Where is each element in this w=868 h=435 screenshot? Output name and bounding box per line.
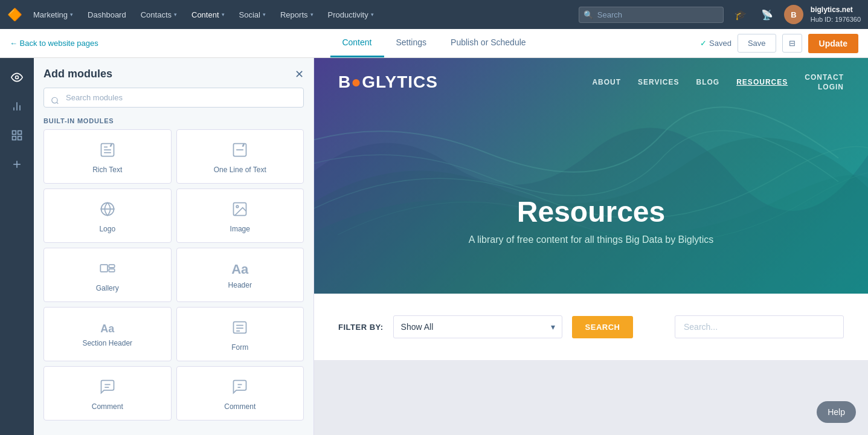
sub-nav: ← Back to website pages Content Settings…: [0, 29, 868, 58]
filter-select[interactable]: Show All: [393, 315, 562, 338]
comment-icon: [99, 378, 116, 398]
image-icon: [231, 201, 248, 220]
nav-content[interactable]: Content ▾: [185, 7, 231, 23]
nav-social[interactable]: Social ▾: [233, 7, 272, 23]
account-info[interactable]: biglytics.net Hub ID: 1976360: [811, 5, 861, 24]
sidebar-eye-icon[interactable]: [5, 65, 29, 89]
graduation-icon[interactable]: 🎓: [731, 5, 750, 24]
sub-nav-tabs: Content Settings Publish or Schedule: [330, 29, 538, 57]
svg-rect-18: [100, 265, 108, 272]
hero-nav-login[interactable]: LOGIN: [818, 83, 844, 91]
help-button[interactable]: Help: [817, 401, 856, 423]
hero-nav-contact[interactable]: CONTACT: [805, 73, 844, 82]
saved-status: ✓ Saved: [700, 39, 731, 48]
module-rich-text-label: Rich Text: [92, 166, 122, 174]
tab-settings[interactable]: Settings: [384, 29, 439, 57]
svg-point-0: [16, 76, 19, 79]
module-image[interactable]: Image: [176, 188, 304, 243]
user-avatar[interactable]: B: [784, 5, 803, 24]
content-caret: ▾: [222, 11, 225, 18]
modules-grid: Rich Text One Line of Text: [34, 129, 313, 420]
saved-check-icon: ✓: [700, 39, 707, 48]
module-rich-text[interactable]: Rich Text: [43, 129, 172, 184]
hero-nav-services[interactable]: SERVICES: [638, 78, 679, 86]
hero-content: Resources A library of free content for …: [469, 195, 714, 245]
top-nav: 🔶 Marketing ▾ Dashboard Contacts ▾ Conte…: [0, 0, 868, 29]
modules-search-wrap: [34, 88, 313, 115]
module-gallery[interactable]: Gallery: [43, 248, 172, 302]
hero-nav-contact-login: CONTACT LOGIN: [805, 73, 844, 91]
sidebar-add-icon[interactable]: [5, 152, 29, 176]
svg-rect-5: [18, 131, 22, 135]
nav-productivity[interactable]: Productivity ▾: [322, 7, 380, 23]
tab-content[interactable]: Content: [330, 29, 384, 57]
filter-section: FILTER BY: Show All ▾ SEARCH: [314, 294, 868, 360]
nav-reports[interactable]: Reports ▾: [274, 7, 320, 23]
hero-nav-blog[interactable]: BLOG: [696, 78, 720, 86]
svg-rect-20: [109, 269, 114, 272]
header-icon: Aa: [231, 263, 248, 276]
module-header[interactable]: Aa Header: [176, 248, 304, 302]
hubspot-logo: 🔶: [7, 7, 22, 22]
sidebar-modules-icon[interactable]: [5, 123, 29, 147]
hero-nav-links: ABOUT SERVICES BLOG RESOURCES CONTACT LO…: [592, 73, 844, 91]
modules-panel: Add modules ✕ BUILT-IN MODULES: [34, 58, 314, 435]
social-caret: ▾: [263, 11, 266, 18]
modules-search-input[interactable]: [43, 88, 304, 108]
svg-rect-19: [109, 265, 114, 268]
sidebar-chart-icon[interactable]: [5, 94, 29, 118]
productivity-caret: ▾: [371, 11, 374, 18]
nav-marketing[interactable]: Marketing ▾: [27, 7, 79, 23]
sub-nav-actions: ✓ Saved Save ⊟ Update: [700, 34, 858, 53]
update-button[interactable]: Update: [808, 34, 858, 53]
hero-title: Resources: [469, 195, 714, 228]
module-section-header-label: Section Header: [82, 339, 132, 347]
module-logo[interactable]: Logo: [43, 188, 172, 243]
filter-select-wrap: Show All ▾: [393, 315, 562, 338]
module-form[interactable]: Form: [176, 307, 304, 361]
svg-point-17: [236, 205, 239, 208]
marketing-caret: ▾: [70, 11, 73, 18]
section-header-icon: Aa: [100, 323, 114, 334]
svg-line-11: [57, 102, 59, 104]
module-gallery-label: Gallery: [96, 284, 119, 292]
modules-close-button[interactable]: ✕: [295, 69, 304, 80]
form-icon: [231, 319, 248, 338]
hero-nav-about[interactable]: ABOUT: [592, 78, 621, 86]
back-to-pages-link[interactable]: ← Back to website pages: [10, 39, 98, 48]
module-form-label: Form: [231, 343, 248, 352]
broadcast-icon[interactable]: 📡: [757, 5, 777, 24]
hero-subtitle: A library of free content for all things…: [469, 234, 714, 245]
module-comment[interactable]: Comment: [43, 366, 172, 420]
modules-section-label: BUILT-IN MODULES: [34, 115, 313, 129]
module-comment2[interactable]: Comment: [176, 366, 304, 420]
filter-search-input[interactable]: [675, 315, 844, 338]
module-section-header[interactable]: Aa Section Header: [43, 307, 172, 361]
search-button[interactable]: SEARCH: [572, 316, 634, 338]
save-button[interactable]: Save: [738, 34, 776, 53]
svg-point-10: [52, 97, 57, 103]
hero-logo: B●GLYTICS: [338, 72, 438, 92]
svg-rect-7: [18, 137, 22, 140]
grid-view-button[interactable]: ⊟: [782, 34, 802, 53]
tab-publish-schedule[interactable]: Publish or Schedule: [439, 29, 538, 57]
hero-section: B●GLYTICS ABOUT SERVICES BLOG RESOURCES …: [314, 58, 868, 294]
module-header-label: Header: [228, 281, 252, 289]
module-logo-label: Logo: [99, 225, 115, 233]
one-line-text-icon: [231, 141, 248, 161]
module-one-line-text-label: One Line of Text: [214, 166, 266, 174]
comment2-icon: [231, 378, 248, 398]
rich-text-icon: [99, 141, 116, 161]
gallery-icon: [99, 260, 116, 279]
logo-icon: [99, 201, 116, 220]
nav-search-wrap: 🔍: [579, 7, 724, 23]
filter-by-label: FILTER BY:: [338, 323, 384, 332]
content-area: B●GLYTICS ABOUT SERVICES BLOG RESOURCES …: [314, 58, 868, 435]
main-layout: Add modules ✕ BUILT-IN MODULES: [0, 58, 868, 435]
hero-nav-resources[interactable]: RESOURCES: [736, 78, 788, 86]
nav-search-input[interactable]: [579, 7, 724, 23]
nav-contacts[interactable]: Contacts ▾: [135, 7, 183, 23]
nav-dashboard[interactable]: Dashboard: [82, 7, 132, 23]
contacts-caret: ▾: [174, 11, 177, 18]
module-one-line-text[interactable]: One Line of Text: [176, 129, 304, 184]
